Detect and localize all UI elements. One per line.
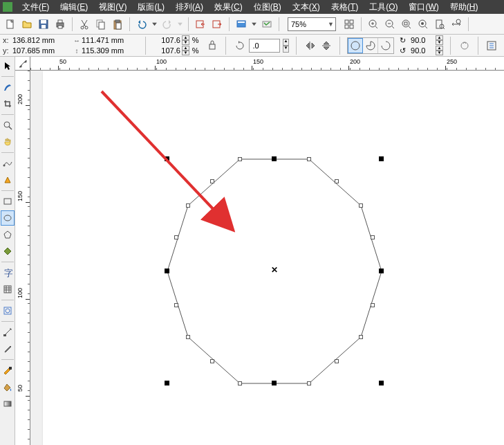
cut-button[interactable]	[77, 17, 92, 32]
selection-handle-tr[interactable]	[379, 156, 384, 161]
outline-tool[interactable]	[1, 363, 15, 378]
node-handle[interactable]	[335, 359, 339, 363]
node-handle[interactable]	[307, 157, 311, 161]
y-value[interactable]: 107.685 mm	[12, 46, 65, 55]
pan-tool[interactable]	[1, 134, 15, 149]
ellipse-arc-option[interactable]	[378, 38, 393, 53]
selection-handle-mr[interactable]	[379, 269, 384, 273]
polygon-tool[interactable]	[1, 227, 15, 242]
table-tool[interactable]	[1, 282, 15, 297]
redo-button[interactable]	[160, 17, 175, 32]
width-value[interactable]: 111.471 mm	[82, 36, 134, 44]
ruler-vertical[interactable]: 200 150 100 50	[15, 71, 30, 445]
end-angle-value[interactable]: 90.0	[411, 46, 434, 55]
interactive-tool[interactable]	[1, 325, 15, 340]
zoom-selection-button[interactable]	[399, 17, 414, 32]
menu-bitmap[interactable]: 位图(B)	[248, 0, 287, 15]
export-button[interactable]	[209, 17, 225, 32]
zoom-levels-button[interactable]	[342, 17, 357, 32]
undo-button[interactable]	[134, 17, 149, 32]
copy-button[interactable]	[93, 17, 109, 32]
zoom-combo[interactable]: 75%▼	[288, 17, 336, 31]
rotate-button[interactable]	[233, 38, 246, 53]
undo-dropdown[interactable]	[151, 17, 158, 32]
lock-ratio-button[interactable]	[206, 37, 219, 55]
interactive-fill-tool[interactable]	[1, 396, 15, 411]
node-handle[interactable]	[359, 203, 363, 208]
menu-view[interactable]: 视图(V)	[93, 0, 132, 15]
smart-fill-tool[interactable]	[1, 172, 15, 188]
zoom-out-button[interactable]	[382, 17, 398, 32]
paste-button[interactable]	[110, 17, 125, 32]
new-button[interactable]	[3, 17, 18, 32]
freehand-tool[interactable]	[1, 156, 15, 171]
selection-handle-bm[interactable]	[272, 381, 277, 385]
selection-handle-bl[interactable]	[165, 381, 169, 385]
basic-shapes-tool[interactable]	[1, 244, 15, 259]
menu-text[interactable]: 文本(X)	[287, 0, 326, 15]
node-handle[interactable]	[174, 303, 178, 307]
node-handle[interactable]	[174, 235, 178, 239]
node-handle[interactable]	[186, 335, 190, 339]
scale-x-spinner[interactable]: ▲▼	[182, 35, 189, 46]
scale-y-spinner[interactable]: ▲▼	[182, 46, 189, 56]
menu-arrange[interactable]: 排列(A)	[170, 0, 209, 15]
ellipse-pie-option[interactable]	[363, 38, 378, 53]
text-tool[interactable]: 字	[1, 265, 15, 280]
save-button[interactable]	[36, 17, 51, 32]
scale-x-value[interactable]: 107.6	[153, 36, 182, 44]
fill-tool[interactable]	[1, 379, 15, 394]
node-handle[interactable]	[238, 157, 242, 161]
rotation-input[interactable]: .0	[249, 39, 279, 53]
ellipse-full-option[interactable]	[348, 38, 363, 53]
shape-tool[interactable]	[1, 80, 15, 95]
node-handle[interactable]	[238, 381, 242, 385]
height-value[interactable]: 115.309 mm	[82, 46, 134, 55]
open-button[interactable]	[19, 17, 35, 32]
rotation-spinner[interactable]: ▲▼	[283, 39, 289, 53]
node-handle[interactable]	[210, 359, 214, 363]
node-handle[interactable]	[359, 335, 363, 339]
selection-handle-tm[interactable]	[272, 156, 277, 161]
menu-window[interactable]: 窗口(W)	[403, 0, 444, 15]
selection-handle-tl[interactable]	[165, 156, 169, 161]
menu-file[interactable]: 文件(F)	[17, 0, 55, 15]
ellipse-tool[interactable]	[1, 210, 15, 226]
selection-handle-br[interactable]	[379, 381, 384, 385]
node-handle[interactable]	[371, 303, 375, 307]
x-value[interactable]: 136.812 mm	[12, 36, 65, 44]
node-handle[interactable]	[307, 381, 311, 385]
menu-edit[interactable]: 编辑(E)	[55, 0, 93, 15]
node-handle[interactable]	[335, 179, 339, 183]
mirror-v-button[interactable]	[319, 38, 333, 53]
import-button[interactable]	[193, 17, 208, 32]
zoom-in-button[interactable]	[366, 17, 381, 32]
redo-dropdown[interactable]	[176, 17, 184, 32]
menu-layout[interactable]: 版面(L)	[132, 0, 170, 15]
rectangle-tool[interactable]	[1, 194, 15, 209]
node-handle[interactable]	[186, 203, 190, 208]
node-handle[interactable]	[210, 179, 214, 183]
wrap-text-button[interactable]	[485, 38, 498, 53]
start-angle-value[interactable]: 90.0	[411, 36, 434, 44]
crop-tool[interactable]	[1, 96, 15, 111]
zoom-page-button[interactable]	[432, 17, 447, 32]
menu-tools[interactable]: 工具(O)	[364, 0, 403, 15]
app-dropdown[interactable]	[250, 17, 258, 32]
welcome-button[interactable]	[259, 17, 274, 32]
print-button[interactable]	[53, 17, 68, 32]
pick-tool[interactable]	[1, 58, 15, 73]
swap-angles-button[interactable]	[458, 38, 471, 53]
eyedropper-tool[interactable]	[1, 341, 15, 356]
zoom-tool[interactable]	[1, 118, 15, 133]
canvas-area[interactable]: 50 100 150 200 250 200 150 100 50	[15, 57, 504, 445]
node-handle[interactable]	[371, 235, 375, 239]
mirror-h-button[interactable]	[304, 38, 317, 53]
end-angle-spinner[interactable]: ▲▼	[436, 46, 443, 56]
app-launcher-button[interactable]	[234, 17, 249, 32]
zoom-width-button[interactable]	[449, 17, 464, 32]
ruler-corner[interactable]	[15, 57, 30, 71]
dimension-tool[interactable]	[1, 303, 15, 318]
selection-handle-ml[interactable]	[165, 269, 169, 273]
zoom-all-button[interactable]	[416, 17, 431, 32]
